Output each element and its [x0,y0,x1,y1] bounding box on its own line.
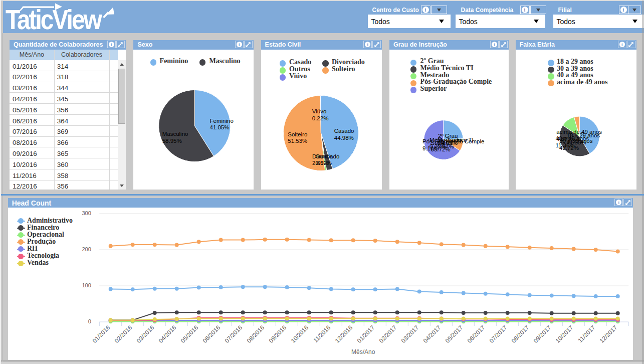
svg-text:08/2017: 08/2017 [510,324,530,344]
svg-text:07/2016: 07/2016 [223,324,244,344]
svg-text:12/2017: 12/2017 [598,324,618,344]
svg-text:Mês/Ano: Mês/Ano [351,348,375,355]
svg-text:11/2016: 11/2016 [312,324,332,344]
svg-text:10/2017: 10/2017 [554,324,574,344]
svg-text:01/2016: 01/2016 [91,324,111,344]
svg-text:TaticView: TaticView [6,4,103,33]
svg-text:09/2017: 09/2017 [532,324,552,344]
svg-text:03/2017: 03/2017 [399,324,420,344]
svg-text:10/2016: 10/2016 [289,324,310,344]
svg-text:09/2016: 09/2016 [267,324,288,344]
svg-text:06/2017: 06/2017 [466,324,486,344]
svg-text:04/2017: 04/2017 [421,324,442,344]
svg-text:200: 200 [82,246,91,252]
svg-text:300: 300 [82,210,91,216]
svg-text:0: 0 [88,318,91,324]
svg-text:05/2017: 05/2017 [444,324,464,344]
svg-text:100: 100 [82,282,91,288]
svg-text:11/2017: 11/2017 [576,324,596,344]
svg-text:08/2016: 08/2016 [245,324,266,344]
svg-text:12/2016: 12/2016 [333,324,354,344]
svg-text:05/2016: 05/2016 [179,324,199,344]
svg-text:06/2016: 06/2016 [201,324,222,344]
svg-text:07/2017: 07/2017 [488,324,508,344]
svg-text:02/2017: 02/2017 [377,324,398,344]
svg-text:03/2016: 03/2016 [135,324,155,344]
svg-text:02/2016: 02/2016 [113,324,133,344]
svg-text:01/2017: 01/2017 [355,324,376,344]
svg-text:04/2016: 04/2016 [157,324,177,344]
